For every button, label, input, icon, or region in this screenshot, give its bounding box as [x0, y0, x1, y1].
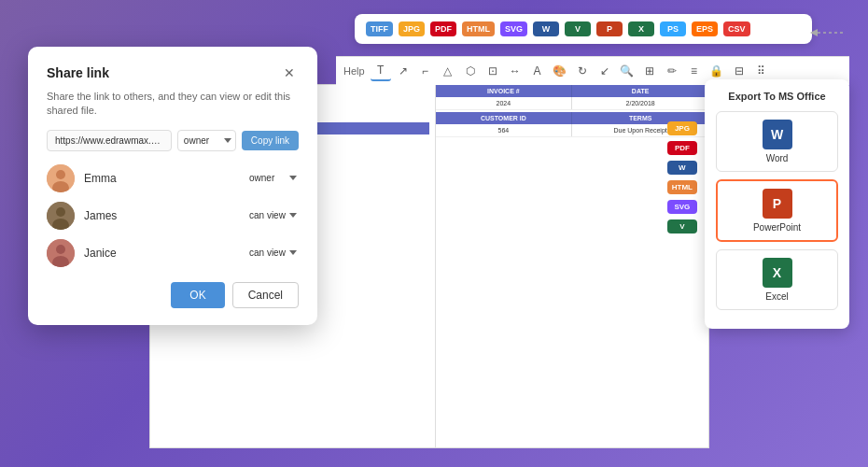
- copy-link-button[interactable]: Copy link: [242, 131, 299, 150]
- permission-select[interactable]: owner can view can edit: [177, 130, 236, 151]
- qty-col-header: QTY: [418, 447, 494, 448]
- format-eps[interactable]: EPS: [692, 21, 718, 36]
- powerpoint-icon: P: [763, 189, 792, 219]
- tool-fill[interactable]: 🎨: [550, 61, 570, 81]
- share-link-dialog: Share link ✕ Share the link to others, a…: [28, 47, 317, 325]
- format-csv[interactable]: CSV: [723, 21, 750, 36]
- format-powerpoint[interactable]: P: [596, 21, 623, 36]
- format-word[interactable]: W: [533, 21, 559, 36]
- export-excel-option[interactable]: X Excel: [716, 249, 838, 310]
- user-name-james: James: [84, 209, 249, 222]
- svg-point-4: [56, 207, 65, 217]
- tool-grid[interactable]: ⊞: [639, 61, 660, 81]
- side-fmt-w[interactable]: W: [667, 161, 697, 175]
- tool-connect[interactable]: ↙: [595, 61, 615, 81]
- invoice-num-header: INVOICE #: [436, 85, 573, 97]
- dialog-description: Share the link to others, and they can v…: [47, 90, 299, 119]
- side-fmt-html[interactable]: HTML: [667, 180, 697, 194]
- export-word-label: Word: [766, 153, 789, 163]
- tool-frame[interactable]: ⊡: [483, 61, 503, 81]
- side-fmt-jpg[interactable]: JPG: [667, 121, 697, 135]
- amount-col-header: AMOUNT: [601, 447, 708, 448]
- avatar-james: [47, 202, 75, 230]
- user-row-james: James owner can view can edit: [47, 202, 299, 230]
- tool-text[interactable]: T: [371, 61, 391, 81]
- help-label: Help: [343, 65, 365, 77]
- user-name-emma: Emma: [84, 172, 249, 185]
- link-row: https://www.edrawmax.com/online/fil owne…: [47, 130, 299, 151]
- format-html[interactable]: HTML: [462, 21, 495, 36]
- format-v[interactable]: V: [565, 21, 591, 36]
- export-powerpoint-label: PowerPoint: [753, 222, 801, 233]
- cancel-button[interactable]: Cancel: [232, 282, 299, 308]
- user-row-janice: Janice owner can view can edit: [47, 239, 299, 267]
- side-fmt-svg[interactable]: SVG: [667, 200, 697, 214]
- side-fmt-v[interactable]: V: [667, 219, 697, 234]
- dialog-header: Share link ✕: [47, 64, 299, 82]
- word-icon: W: [763, 120, 792, 149]
- tool-zoom[interactable]: 🔍: [617, 61, 637, 81]
- tool-minus[interactable]: ⊟: [729, 61, 749, 81]
- user-role-select-james[interactable]: owner can view can edit: [249, 210, 299, 220]
- format-excel-x[interactable]: X: [628, 21, 654, 36]
- customer-id-value: 564: [436, 124, 573, 136]
- export-excel-label: Excel: [765, 291, 788, 302]
- svg-marker-10: [810, 29, 818, 36]
- export-panel-title: Export To MS Office: [716, 91, 838, 102]
- side-format-icons: JPG PDF W HTML SVG V: [667, 121, 697, 234]
- tool-font[interactable]: A: [527, 61, 548, 81]
- export-word-option[interactable]: W Word: [716, 111, 838, 172]
- tool-rotate[interactable]: ↻: [572, 61, 593, 81]
- tool-lock[interactable]: 🔒: [707, 61, 727, 81]
- invoice-num-value: 2024: [436, 97, 573, 109]
- format-pdf[interactable]: PDF: [430, 21, 456, 36]
- tool-align[interactable]: ≡: [684, 61, 705, 81]
- tool-arrow[interactable]: ↗: [393, 61, 413, 81]
- avatar-emma: [47, 164, 75, 192]
- tool-pen[interactable]: ✏: [662, 61, 682, 81]
- dashed-arrow-indicator: [810, 23, 847, 46]
- tool-shape[interactable]: △: [438, 61, 458, 81]
- user-name-janice: Janice: [84, 247, 249, 260]
- date-value: 2/20/2018: [572, 97, 708, 109]
- export-panel: Export To MS Office W Word P PowerPoint …: [705, 79, 849, 329]
- dialog-footer: OK Cancel: [47, 282, 299, 308]
- close-button[interactable]: ✕: [280, 64, 299, 82]
- format-tiff[interactable]: TIFF: [366, 21, 393, 36]
- date-header: DATE: [572, 85, 708, 97]
- format-jpg[interactable]: JPG: [399, 21, 425, 36]
- desc-col-header: DESCRIPTION: [150, 447, 418, 448]
- tool-more[interactable]: ⠿: [751, 61, 772, 81]
- tool-resize[interactable]: ↔: [505, 61, 525, 81]
- customer-id-header: CUSTOMER ID: [436, 112, 573, 124]
- format-toolbar: TIFF JPG PDF HTML SVG W V P X PS EPS CSV: [355, 14, 812, 44]
- unit-price-col-header: UNIT PRICE: [494, 447, 601, 448]
- user-row-emma: Emma owner can view can edit: [47, 164, 299, 192]
- format-ps[interactable]: PS: [660, 21, 686, 36]
- avatar-janice: [47, 239, 75, 267]
- ok-button[interactable]: OK: [171, 282, 224, 308]
- tool-poly[interactable]: ⬡: [460, 61, 481, 81]
- format-svg[interactable]: SVG: [500, 21, 527, 36]
- user-role-select-janice[interactable]: owner can view can edit: [249, 248, 299, 258]
- svg-point-7: [56, 245, 65, 254]
- excel-icon: X: [763, 258, 792, 288]
- export-powerpoint-option[interactable]: P PowerPoint: [716, 179, 838, 242]
- svg-point-1: [56, 170, 65, 179]
- side-fmt-pdf[interactable]: PDF: [667, 141, 697, 155]
- link-input[interactable]: https://www.edrawmax.com/online/fil: [47, 130, 172, 151]
- tool-crop[interactable]: ⌐: [415, 61, 436, 81]
- dialog-title: Share link: [47, 65, 109, 80]
- user-role-select-emma[interactable]: owner can view can edit: [249, 173, 299, 183]
